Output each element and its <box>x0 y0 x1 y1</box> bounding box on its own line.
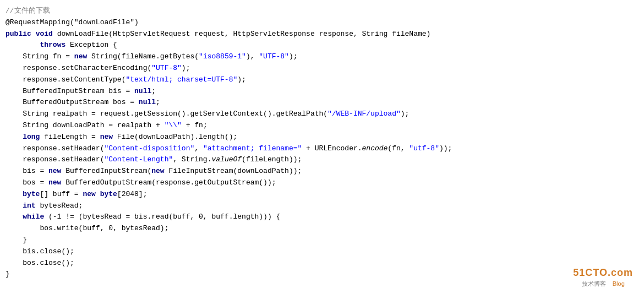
code-line: } <box>6 269 644 280</box>
code-token-normal: BufferedOutputStream(response.getOutputS… <box>61 178 276 187</box>
code-container: //文件的下载 @RequestMapping("downLoadFile") … <box>0 0 644 299</box>
code-block: //文件的下载 @RequestMapping("downLoadFile") … <box>6 6 644 280</box>
code-token-string: "\\" <box>165 121 182 129</box>
code-token-string: "attachment; filename=" <box>203 144 302 153</box>
code-line: //文件的下载 <box>6 6 644 17</box>
code-token-normal: } <box>6 236 27 244</box>
code-token-string: "text/html; charset=UTF-8" <box>125 75 237 84</box>
code-token-keyword: null <box>134 87 151 95</box>
code-token-string: "UTF-8" <box>151 64 182 72</box>
code-token-keyword: byte <box>6 190 40 198</box>
code-token-method: encode <box>362 144 388 153</box>
code-line: bis.close(); <box>6 246 644 258</box>
code-token-normal: bis.close(); <box>6 247 74 255</box>
code-token-normal: ; <box>151 87 156 95</box>
code-line: BufferedOutputStream bos = null; <box>6 97 644 108</box>
code-token-keyword: new <box>83 190 95 198</box>
code-token-normal: [2048]; <box>117 190 148 198</box>
code-token-normal: String fn = <box>6 52 74 61</box>
code-line: String realpath = request.getSession().g… <box>6 108 644 120</box>
code-token-normal: String realpath = request.getSession().g… <box>6 110 328 118</box>
code-token-normal: + URLEncoder. <box>302 144 362 153</box>
code-line: bos = new BufferedOutputStream(response.… <box>6 177 644 189</box>
code-token-string: "utf-8" <box>409 144 439 153</box>
code-token-normal: response.setHeader( <box>6 155 104 164</box>
code-token-normal: } <box>6 270 10 278</box>
code-token-normal: + fn; <box>182 121 208 129</box>
code-token-normal: (fn, <box>388 144 409 153</box>
code-token-keyword: new <box>151 167 164 175</box>
code-token-normal: bytesRead; <box>36 202 83 210</box>
code-token-keyword: long <box>6 133 40 141</box>
code-token-method: valueOf <box>211 155 242 164</box>
code-line: BufferedInputStream bis = null; <box>6 86 644 97</box>
code-line: throws Exception { <box>6 40 644 51</box>
code-line: response.setContentType("text/html; char… <box>6 74 644 86</box>
code-token-normal: response.setHeader( <box>6 144 104 153</box>
code-line: String fn = new String(fileName.getBytes… <box>6 51 644 63</box>
code-token-keyword: while <box>6 213 44 221</box>
code-token-normal: ); <box>401 110 410 118</box>
code-token-string: "/WEB-INF/upload" <box>328 110 401 118</box>
code-token-normal: downLoadFile(HttpServletRequest request,… <box>53 30 431 38</box>
code-token-normal: String(fileName.getBytes( <box>87 52 199 61</box>
code-token-normal: bos = <box>6 178 48 187</box>
code-line: byte[] buff = new byte[2048]; <box>6 189 644 200</box>
code-token-normal: ), <box>246 52 259 61</box>
watermark: 51CTO.com 技术博客 Blog <box>573 267 633 288</box>
code-line: @RequestMapping("downLoadFile") <box>6 17 644 29</box>
code-token-keyword: void <box>36 30 53 38</box>
code-token-string: "Content-Length" <box>104 155 173 164</box>
code-token-normal: fileLength = <box>40 133 100 141</box>
code-line: response.setHeader("Content-Length", Str… <box>6 154 644 166</box>
watermark-sub: 技术博客 Blog <box>573 280 633 288</box>
code-line: } <box>6 235 644 246</box>
code-token-annotation: @RequestMapping("downLoadFile") <box>6 18 139 26</box>
code-token-keyword: new <box>48 178 61 187</box>
code-token-normal: ; <box>156 98 160 106</box>
code-token-normal: FileInputStream(downLoadPath)); <box>165 167 302 175</box>
code-token-normal: File(downLoadPath).length(); <box>113 133 237 141</box>
code-token-string: "iso8859-1" <box>199 52 246 61</box>
code-token-normal: , String. <box>173 155 211 164</box>
code-token-normal: bos.write(buff, 0, bytesRead); <box>6 224 168 232</box>
code-token-normal: (-1 != (bytesRead = bis.read(buff, 0, bu… <box>44 213 280 221</box>
code-token-comment: //文件的下载 <box>6 7 50 15</box>
code-token-normal: (fileLength)); <box>242 155 302 164</box>
code-token-keyword: null <box>139 98 156 106</box>
code-token-normal: Exception { <box>66 41 117 49</box>
code-token-keyword: public <box>6 30 31 38</box>
code-token-normal <box>6 41 40 49</box>
code-token-normal: [] buff = <box>40 190 83 198</box>
code-line: public void downLoadFile(HttpServletRequ… <box>6 29 644 40</box>
code-token-normal: BufferedInputStream bis = <box>6 87 134 95</box>
code-line: response.setHeader("Content-disposition"… <box>6 143 644 155</box>
code-token-keyword: new <box>74 52 87 61</box>
code-token-normal <box>31 30 36 38</box>
code-token-normal: ); <box>237 75 246 84</box>
code-token-keyword: new <box>100 133 113 141</box>
code-token-keyword: int <box>6 202 36 210</box>
code-token-normal: BufferedOutputStream bos = <box>6 98 139 106</box>
code-token-keyword: new <box>48 167 61 175</box>
code-token-normal: response.setContentType( <box>6 75 125 84</box>
code-token-normal: bis = <box>6 167 48 175</box>
code-token-string: "Content-disposition" <box>104 144 194 153</box>
code-token-normal: ); <box>289 52 298 61</box>
code-token-normal: ); <box>182 64 190 72</box>
code-line: bos.write(buff, 0, bytesRead); <box>6 223 644 235</box>
code-line: long fileLength = new File(downLoadPath)… <box>6 132 644 143</box>
code-token-string: "UTF-8" <box>259 52 289 61</box>
code-line: String downLoadPath = realpath + "\\" + … <box>6 120 644 132</box>
code-token-normal: bos.close(); <box>6 259 74 267</box>
code-line: bis = new BufferedInputStream(new FileIn… <box>6 166 644 177</box>
watermark-site: 51CTO.com <box>573 267 633 279</box>
code-line: response.setCharacterEncoding("UTF-8"); <box>6 63 644 74</box>
code-token-normal: String downLoadPath = realpath + <box>6 121 165 129</box>
code-token-normal: )); <box>439 144 452 153</box>
code-token-normal: BufferedInputStream( <box>61 167 151 175</box>
code-line: int bytesRead; <box>6 200 644 212</box>
code-token-normal: , <box>194 144 203 153</box>
code-token-normal: response.setCharacterEncoding( <box>6 64 151 72</box>
code-line: bos.close(); <box>6 258 644 269</box>
